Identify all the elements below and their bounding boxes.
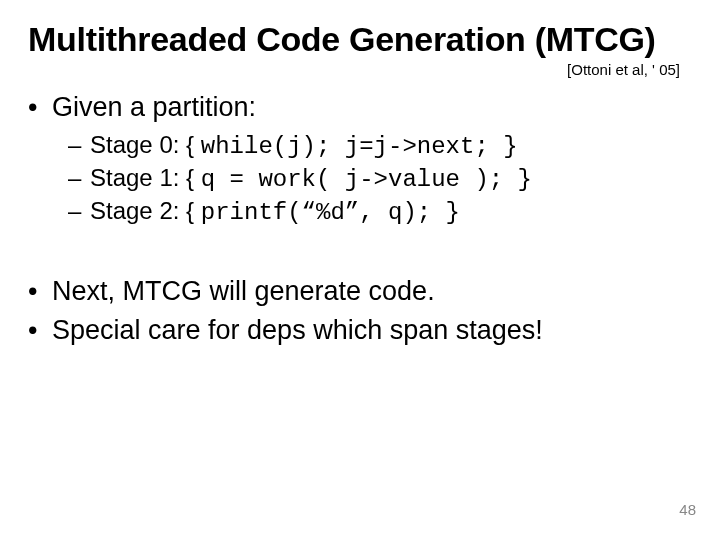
dash-icon: – xyxy=(68,131,90,159)
stage-code: q = work( j->value ); } xyxy=(201,166,532,193)
bullet-text: Special care for deps which span stages! xyxy=(52,315,543,346)
bullet-special: • Special care for deps which span stage… xyxy=(28,315,692,346)
stage-code: while(j); j=j->next; } xyxy=(201,133,518,160)
stage-label: Stage 2: { xyxy=(90,197,201,224)
bullet-text: Given a partition: xyxy=(52,92,256,123)
bullet-dot-icon: • xyxy=(28,92,52,123)
bullet-partition: • Given a partition: xyxy=(28,92,692,123)
bullet-dot-icon: • xyxy=(28,315,52,346)
stage-1: – Stage 1: { q = work( j->value ); } xyxy=(68,164,692,193)
dash-icon: – xyxy=(68,164,90,192)
stage-label: Stage 1: { xyxy=(90,164,201,191)
stage-2: – Stage 2: { printf(“%d”, q); } xyxy=(68,197,692,226)
bullet-text: Next, MTCG will generate code. xyxy=(52,276,435,307)
bullet-dot-icon: • xyxy=(28,276,52,307)
dash-icon: – xyxy=(68,197,90,225)
stage-0: – Stage 0: { while(j); j=j->next; } xyxy=(68,131,692,160)
page-number: 48 xyxy=(679,501,696,518)
stage-code: printf(“%d”, q); } xyxy=(201,199,460,226)
citation: [Ottoni et al, ' 05] xyxy=(28,61,692,78)
bullet-next: • Next, MTCG will generate code. xyxy=(28,276,692,307)
slide: Multithreaded Code Generation (MTCG) [Ot… xyxy=(0,0,720,540)
slide-title: Multithreaded Code Generation (MTCG) xyxy=(28,20,692,59)
stage-label: Stage 0: { xyxy=(90,131,201,158)
